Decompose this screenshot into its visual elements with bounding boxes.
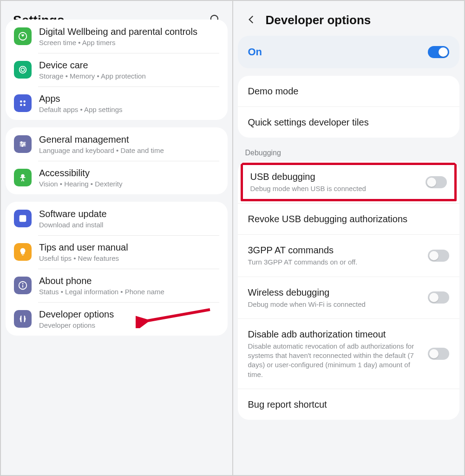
svg-rect-22 <box>22 255 24 256</box>
developer-options-screen: Developer options On Demo modeQuick sett… <box>233 1 465 475</box>
item-title: Software update <box>39 208 219 220</box>
svg-point-14 <box>22 145 23 146</box>
settings-item-digital-wellbeing-and-parental-controls[interactable]: Digital Wellbeing and parental controlsS… <box>6 20 228 53</box>
settings-item-device-care[interactable]: Device careStorage • Memory • App protec… <box>6 53 228 86</box>
item-subtitle: Vision • Hearing • Dexterity <box>39 180 219 188</box>
item-subtitle: Default apps • App settings <box>39 106 219 113</box>
dev-section-debugging: USB debuggingDebug mode when USB is conn… <box>238 161 460 420</box>
dev-item-title: 3GPP AT commands <box>248 244 421 256</box>
item-subtitle: Screen time • App timers <box>39 39 219 46</box>
item-subtitle: Developer options <box>39 321 219 329</box>
item-subtitle: Storage • Memory • App protection <box>39 72 219 80</box>
download-icon <box>14 210 32 227</box>
section-header-debugging: Debugging <box>233 145 465 161</box>
page-title: Developer options <box>266 13 453 27</box>
dev-item-title: Demo mode <box>248 85 450 97</box>
svg-point-4 <box>21 68 24 71</box>
svg-point-3 <box>20 66 26 73</box>
braces-icon <box>14 310 32 328</box>
settings-group: Software updateDownload and installTips … <box>6 202 228 336</box>
svg-point-8 <box>23 104 26 106</box>
settings-item-general-management[interactable]: General managementLanguage and keyboard … <box>6 127 228 161</box>
settings-group: Digital Wellbeing and parental controlsS… <box>6 20 228 120</box>
settings-group: General managementLanguage and keyboard … <box>6 127 228 194</box>
dev-item-title: Bug report shortcut <box>248 398 450 410</box>
heart-icon <box>14 27 32 45</box>
toggle-3gpp-at-commands[interactable] <box>428 250 449 262</box>
dev-item-bug-report-shortcut[interactable]: Bug report shortcut <box>238 389 460 420</box>
toggle-usb-debugging[interactable] <box>426 176 447 188</box>
settings-item-apps[interactable]: AppsDefault apps • App settings <box>6 86 228 120</box>
dev-item-title: Disable adb authorization timeout <box>248 328 421 340</box>
master-toggle-row[interactable]: On <box>238 36 460 68</box>
back-icon[interactable] <box>245 13 257 27</box>
item-title: Tips and user manual <box>39 242 219 253</box>
settings-item-tips-and-user-manual[interactable]: Tips and user manualUseful tips • New fe… <box>6 235 228 269</box>
dev-item-title: Quick settings developer tiles <box>248 116 450 128</box>
svg-point-13 <box>23 144 25 145</box>
sliders-icon <box>14 135 32 153</box>
item-title: Developer options <box>39 309 219 320</box>
item-title: Accessibility <box>39 167 219 179</box>
svg-point-5 <box>20 100 22 103</box>
dev-item-subtitle: Debug mode when Wi-Fi is connected <box>248 300 421 309</box>
svg-rect-19 <box>23 179 24 181</box>
settings-item-accessibility[interactable]: AccessibilityVision • Hearing • Dexterit… <box>6 161 228 194</box>
person-icon <box>14 169 32 186</box>
master-toggle[interactable] <box>428 46 449 58</box>
item-subtitle: Useful tips • New features <box>39 254 219 262</box>
settings-item-developer-options[interactable]: Developer optionsDeveloper options <box>6 302 228 336</box>
svg-point-6 <box>23 100 26 103</box>
settings-item-about-phone[interactable]: About phoneStatus • Legal information • … <box>6 269 228 302</box>
grid-icon <box>14 94 32 112</box>
target-icon <box>14 61 32 79</box>
svg-rect-25 <box>22 285 23 288</box>
svg-point-7 <box>20 104 22 106</box>
dev-section-general: Demo modeQuick settings developer tiles <box>238 76 460 138</box>
dev-item-title: Wireless debugging <box>248 286 421 298</box>
svg-rect-17 <box>20 177 26 178</box>
svg-point-24 <box>22 283 24 284</box>
dev-item-subtitle: Turn 3GPP AT commands on or off. <box>248 258 421 267</box>
svg-rect-18 <box>21 179 23 181</box>
dev-item-wireless-debugging[interactable]: Wireless debuggingDebug mode when Wi-Fi … <box>238 277 460 318</box>
dev-item-quick-settings-developer-tiles[interactable]: Quick settings developer tiles <box>238 106 460 138</box>
item-title: Digital Wellbeing and parental controls <box>39 26 219 38</box>
dev-item-usb-debugging[interactable]: USB debuggingDebug mode when USB is conn… <box>241 163 457 201</box>
dev-item-demo-mode[interactable]: Demo mode <box>238 76 460 106</box>
settings-content: Digital Wellbeing and parental controlsS… <box>1 36 232 343</box>
dev-item-subtitle: Disable automatic revocation of adb auth… <box>248 342 421 379</box>
item-title: General management <box>39 134 219 145</box>
settings-item-software-update[interactable]: Software updateDownload and install <box>6 202 228 235</box>
svg-point-12 <box>21 142 22 143</box>
svg-point-15 <box>21 174 24 178</box>
dev-item-revoke-usb-debugging-authorizations[interactable]: Revoke USB debugging authorizations <box>238 203 460 234</box>
toggle-disable-adb-authorization-timeout[interactable] <box>428 348 449 360</box>
settings-screen: Settings Digital Wellbeing and parental … <box>1 1 232 475</box>
dev-item-title: Revoke USB debugging authorizations <box>248 213 450 225</box>
item-subtitle: Status • Legal information • Phone name <box>39 288 219 296</box>
dev-item-title: USB debugging <box>250 171 419 183</box>
dev-header: Developer options <box>233 1 465 36</box>
dev-item-3gpp-at-commands[interactable]: 3GPP AT commandsTurn 3GPP AT commands on… <box>238 234 460 276</box>
bulb-icon <box>14 243 32 261</box>
item-title: About phone <box>39 275 219 287</box>
item-subtitle: Download and install <box>39 221 219 229</box>
toggle-wireless-debugging[interactable] <box>428 291 449 304</box>
info-icon <box>14 277 32 294</box>
dev-item-disable-adb-authorization-timeout[interactable]: Disable adb authorization timeoutDisable… <box>238 318 460 389</box>
item-subtitle: Language and keyboard • Date and time <box>39 146 219 154</box>
item-title: Device care <box>39 60 219 71</box>
item-title: Apps <box>39 93 219 105</box>
master-toggle-label: On <box>248 46 262 58</box>
dev-item-subtitle: Debug mode when USB is connected <box>250 184 419 193</box>
